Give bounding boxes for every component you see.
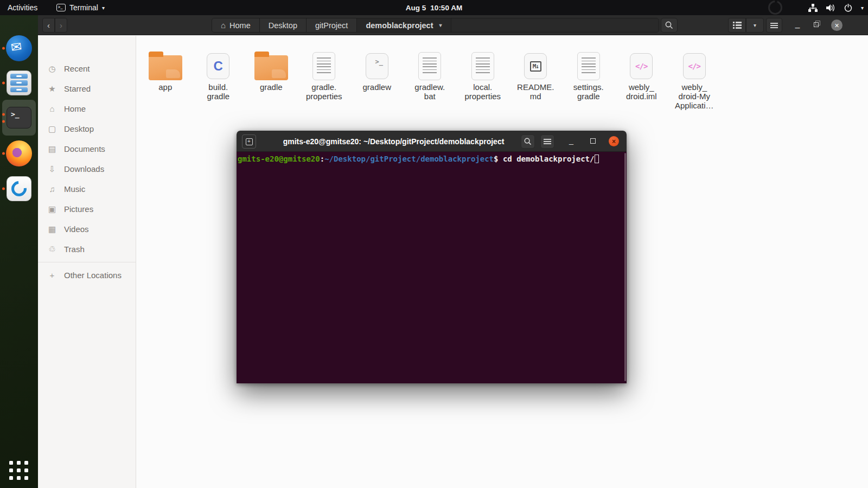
breadcrumb-label: Desktop (269, 21, 297, 30)
video-icon: ▦ (47, 224, 57, 234)
script-file-icon: >_ (366, 53, 388, 79)
forward-button[interactable]: › (55, 18, 67, 33)
file-item-app[interactable]: app (139, 51, 192, 110)
back-button[interactable]: ‹ (42, 18, 55, 33)
search-button[interactable] (661, 18, 678, 33)
search-icon (524, 138, 532, 145)
dock-item-files[interactable] (0, 66, 38, 100)
sidebar-item-other-locations[interactable]: +Other Locations (38, 265, 136, 285)
file-item-build-gradle[interactable]: C build. gradle (192, 51, 245, 110)
file-item-gradlew[interactable]: >_ gradlew (350, 51, 404, 110)
sidebar-label: Music (64, 184, 85, 194)
code-file-icon: </> (683, 53, 706, 79)
maximize-icon (590, 138, 596, 144)
window-menu-button[interactable] (766, 18, 782, 33)
terminal-search-button[interactable] (521, 134, 535, 149)
plus-icon: + (47, 271, 57, 280)
running-indicator (2, 188, 5, 190)
dock-item-terminal[interactable]: >_ (0, 101, 38, 134)
clock-time: 10:50 AM (430, 4, 462, 12)
activities-button[interactable]: Activities (0, 0, 45, 15)
power-icon (844, 4, 852, 12)
sidebar-label: Pictures (64, 204, 93, 214)
terminal-maximize-button[interactable] (587, 138, 599, 146)
close-button[interactable]: × (831, 20, 843, 31)
file-item-readme-md[interactable]: M↓ README. md (509, 51, 563, 110)
new-tab-button[interactable]: + (242, 134, 256, 149)
document-icon: ▤ (47, 144, 57, 154)
breadcrumb-desktop[interactable]: Desktop (260, 18, 307, 32)
terminal-scrollbar[interactable] (624, 153, 626, 381)
recent-icon: ◷ (47, 64, 57, 74)
terminal-prompt-line: gmits-e20@gmitse20:~/Desktop/gitProject/… (238, 155, 599, 163)
file-item-webly-droid-my-application[interactable]: </> webly_ droid-My Applicati… (668, 51, 721, 110)
text-file-icon (577, 52, 600, 80)
file-item-webly-droid-iml[interactable]: </> webly_ droid.iml (615, 51, 668, 110)
prompt-user: gmits-e20@gmitse20 (238, 155, 320, 163)
hamburger-icon (770, 23, 778, 28)
terminal-window: + gmits-e20@gmitse20: ~/Desktop/gitProje… (237, 131, 627, 383)
picture-icon: ▣ (47, 204, 57, 214)
sidebar-item-home[interactable]: ⌂Home (38, 99, 136, 119)
dock-item-thunderbird[interactable] (0, 31, 38, 65)
sidebar-label: Home (64, 104, 86, 113)
sidebar-item-desktop[interactable]: ▢Desktop (38, 119, 136, 139)
file-item-gradle[interactable]: gradle (245, 51, 298, 110)
top-bar: Activities >_ Terminal ▾ Aug 5 10:50 AM … (0, 0, 868, 15)
breadcrumb-label: Home (229, 21, 251, 30)
sidebar-item-pictures[interactable]: ▣Pictures (38, 199, 136, 219)
sidebar-item-trash[interactable]: ♲Trash (38, 239, 136, 259)
file-item-gradle-properties[interactable]: gradle. properties (298, 51, 351, 110)
sidebar-item-music[interactable]: ♫Music (38, 179, 136, 199)
breadcrumb: ⌂ Home Desktop gitProject demoblackproje… (212, 18, 659, 33)
sidebar-item-recent[interactable]: ◷Recent (38, 59, 136, 79)
mattermost-icon (7, 176, 31, 201)
terminal-close-button[interactable]: × (609, 136, 619, 146)
prompt-separator: : (320, 155, 324, 163)
sidebar-item-starred[interactable]: ★Starred (38, 79, 136, 99)
file-item-local-properties[interactable]: local. properties (456, 51, 509, 110)
terminal-minimize-button[interactable]: – (565, 133, 577, 148)
markdown-file-icon: M↓ (524, 53, 547, 79)
sidebar-label: Downloads (64, 164, 104, 174)
show-applications-button[interactable] (9, 461, 29, 480)
system-status-area[interactable]: ▾ (808, 0, 864, 15)
file-item-gradlew-bat[interactable]: gradlew. bat (404, 51, 457, 110)
dock-item-firefox[interactable] (0, 137, 38, 170)
list-view-button[interactable] (728, 18, 746, 33)
view-options-dropdown[interactable]: ▾ (746, 18, 764, 33)
breadcrumb-home[interactable]: ⌂ Home (212, 18, 260, 32)
files-sidebar: ◷Recent ★Starred ⌂Home ▢Desktop ▤Documen… (38, 36, 136, 488)
terminal-body[interactable]: gmits-e20@gmitse20:~/Desktop/gitProject/… (237, 152, 627, 383)
file-label: gradle (260, 82, 283, 92)
files-header-bar[interactable]: ‹ › ⌂ Home Desktop gitProject demoblackp… (38, 15, 868, 35)
sidebar-item-downloads[interactable]: ⇩Downloads (38, 159, 136, 179)
file-label: local. properties (464, 82, 501, 101)
terminal-cursor (595, 155, 599, 163)
desktop-icon: ▢ (47, 124, 57, 134)
prompt-path: ~/Desktop/gitProject/demoblackproject (324, 155, 494, 163)
thunderbird-icon (6, 35, 32, 61)
app-menu-terminal[interactable]: >_ Terminal ▾ (56, 0, 105, 15)
chevron-down-icon: ▾ (754, 22, 756, 28)
file-label: gradlew (362, 82, 391, 92)
running-indicator (2, 82, 5, 85)
dock-item-mattermost[interactable] (0, 172, 38, 206)
sidebar-divider (38, 262, 136, 262)
running-indicator (2, 113, 5, 115)
sidebar-item-videos[interactable]: ▦Videos (38, 219, 136, 239)
breadcrumb-gitproject[interactable]: gitProject (307, 18, 357, 32)
clock[interactable]: Aug 5 10:50 AM (0, 0, 868, 15)
dock: >_ (0, 15, 38, 488)
terminal-icon: >_ (7, 107, 31, 129)
file-item-settings-gradle[interactable]: settings. gradle (562, 51, 615, 110)
terminal-title-bar[interactable]: + gmits-e20@gmitse20: ~/Desktop/gitProje… (237, 131, 627, 152)
maximize-button[interactable] (810, 20, 822, 31)
sidebar-item-documents[interactable]: ▤Documents (38, 139, 136, 159)
terminal-menu-button[interactable] (540, 134, 554, 149)
minimize-button[interactable]: – (791, 16, 804, 33)
firefox-icon (6, 140, 32, 166)
path-bar-empty[interactable] (451, 18, 659, 32)
chevron-down-icon: ▾ (102, 5, 105, 11)
breadcrumb-demoblackproject[interactable]: demoblackproject ▾ (357, 18, 451, 32)
